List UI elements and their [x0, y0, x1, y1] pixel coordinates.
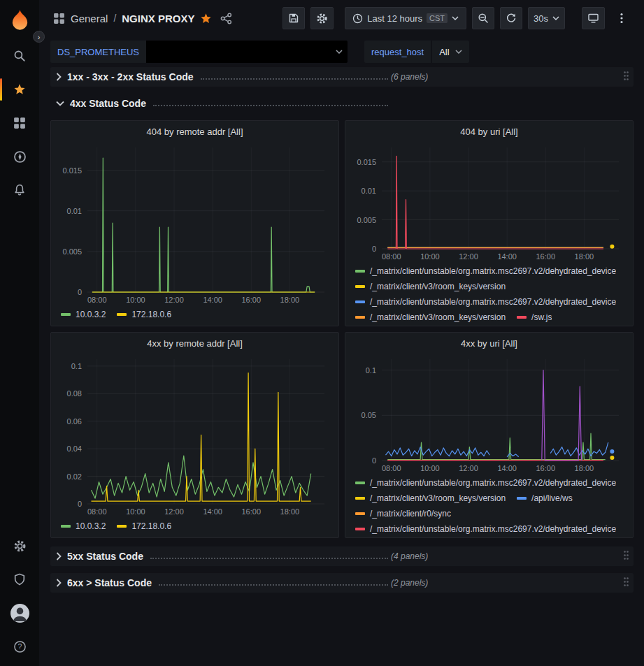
- share-icon[interactable]: [220, 13, 232, 24]
- chart-legend: /_matrix/client/unstable/org.matrix.msc2…: [350, 263, 629, 323]
- row-header-6xx[interactable]: 6xx > Status Code (2 panels): [50, 573, 634, 593]
- chevron-down-icon: [452, 16, 459, 20]
- svg-text:16:00: 16:00: [536, 252, 556, 261]
- svg-text:10:00: 10:00: [126, 296, 145, 304]
- legend-item[interactable]: /api/live/ws: [517, 491, 573, 505]
- row-header-4xx[interactable]: 4xx Status Code: [50, 94, 634, 113]
- row-panel-count: (6 panels): [391, 72, 428, 82]
- legend-item[interactable]: /_matrix/client/unstable/org.matrix.msc2…: [355, 264, 616, 278]
- svg-text:0.1: 0.1: [366, 366, 376, 375]
- breadcrumb-section[interactable]: General: [71, 13, 108, 24]
- bell-icon: [13, 184, 26, 196]
- svg-text:0.01: 0.01: [67, 207, 82, 215]
- sidebar-item-profile[interactable]: [0, 596, 39, 630]
- row-dots: [201, 74, 388, 80]
- sidebar-item-dashboards[interactable]: [0, 106, 39, 140]
- svg-text:08:00: 08:00: [382, 252, 401, 261]
- sidebar: ?: [0, 0, 39, 666]
- sidebar-item-search[interactable]: [0, 39, 39, 73]
- dashboard-settings-button[interactable]: [310, 7, 334, 29]
- panel-grid-4xx: 404 by remote addr [All] 00.0050.010.015…: [50, 120, 634, 538]
- save-dashboard-button[interactable]: [282, 7, 305, 29]
- time-series-chart[interactable]: 00.0050.010.01508:0010:0012:0014:0016:00…: [350, 142, 629, 263]
- legend-label: /_matrix/client/v3/room_keys/version: [370, 310, 506, 323]
- refresh-interval-dropdown[interactable]: 30s: [528, 7, 565, 29]
- legend-color-marker: [355, 316, 365, 319]
- sidebar-item-server-admin[interactable]: [0, 563, 39, 596]
- time-series-chart[interactable]: 00.0050.010.01508:0010:0012:0014:0016:00…: [55, 142, 334, 306]
- svg-text:16:00: 16:00: [242, 296, 262, 304]
- time-range-label: Last 12 hours: [367, 13, 422, 24]
- sidebar-spacer: [0, 207, 39, 529]
- sidebar-item-alerting[interactable]: [0, 173, 39, 207]
- sidebar-item-configuration[interactable]: [0, 529, 39, 563]
- panel-header[interactable]: 404 by uri [All]: [345, 121, 633, 142]
- refresh-button[interactable]: [500, 7, 522, 29]
- monitor-icon: [587, 13, 599, 24]
- tv-mode-button[interactable]: [582, 7, 605, 29]
- legend-item[interactable]: /_matrix/client/v3/room_keys/version: [355, 491, 506, 505]
- top-toolbar: General / NGINX PROXY: [39, 0, 644, 36]
- legend-item[interactable]: /_matrix/client/unstable/org.matrix.msc2…: [355, 476, 616, 490]
- request-host-variable-label[interactable]: request_host: [364, 41, 431, 63]
- apps-grid-icon: [53, 13, 65, 24]
- more-options-button[interactable]: [610, 7, 633, 29]
- legend-item[interactable]: 172.18.0.6: [117, 307, 171, 321]
- legend-item[interactable]: /_matrix/client/r0/sync: [355, 507, 451, 521]
- row-header-1xx-3xx-2xx[interactable]: 1xx - 3xx - 2xx Status Code (6 panels): [50, 67, 634, 87]
- legend-item[interactable]: /_matrix/client/unstable/org.matrix.msc2…: [355, 522, 616, 535]
- legend-label: /_matrix/client/v3/room_keys/version: [370, 491, 506, 505]
- legend-item[interactable]: /_matrix/client/v3/room_keys/version: [355, 280, 506, 294]
- legend-color-marker: [355, 270, 365, 273]
- svg-text:12:00: 12:00: [164, 507, 184, 516]
- panel-4xx-by-remote-addr: 4xx by remote addr [All] 00.020.040.060.…: [50, 332, 339, 538]
- legend-label: 10.0.3.2: [76, 307, 106, 321]
- zoom-out-button[interactable]: [472, 7, 494, 29]
- datasource-variable-dropdown[interactable]: [146, 41, 348, 63]
- legend-item[interactable]: 172.18.0.6: [117, 519, 171, 533]
- datasource-variable-label[interactable]: DS_PROMETHEUS: [50, 41, 146, 63]
- legend-item[interactable]: /_matrix/client/unstable/org.matrix.msc2…: [355, 295, 616, 309]
- time-series-chart[interactable]: 00.020.040.060.080.108:0010:0012:0014:00…: [55, 354, 334, 518]
- svg-text:14:00: 14:00: [203, 507, 222, 516]
- panel-header[interactable]: 4xx by remote addr [All]: [51, 333, 338, 354]
- request-host-variable-value: All: [439, 47, 449, 57]
- svg-text:18:00: 18:00: [575, 252, 594, 261]
- legend-color-marker: [355, 528, 365, 530]
- variables-bar: DS_PROMETHEUS request_host All: [39, 36, 644, 67]
- legend-item[interactable]: /sw.js: [517, 310, 552, 323]
- sidebar-item-starred[interactable]: [0, 73, 39, 106]
- kebab-menu-icon: [620, 13, 623, 24]
- legend-label: /sw.js: [531, 310, 552, 323]
- legend-color-marker: [355, 285, 365, 288]
- row-left: 4xx Status Code: [50, 98, 391, 109]
- help-icon: ?: [13, 640, 27, 653]
- time-range-picker[interactable]: Last 12 hours CST: [345, 7, 466, 29]
- time-series-chart[interactable]: 00.050.108:0010:0012:0014:0016:0018:00: [350, 354, 629, 475]
- svg-text:0.015: 0.015: [357, 158, 376, 166]
- panel-header[interactable]: 4xx by uri [All]: [345, 333, 633, 354]
- sidebar-item-help[interactable]: ?: [0, 630, 39, 663]
- clock-icon: [352, 13, 363, 24]
- panel-header[interactable]: 404 by remote addr [All]: [51, 121, 338, 142]
- sidebar-expand-button[interactable]: ›: [33, 31, 45, 43]
- row-drag-handle[interactable]: [623, 550, 629, 563]
- row-header-5xx[interactable]: 5xx Status Code (4 panels): [50, 546, 634, 566]
- svg-text:0.015: 0.015: [62, 166, 82, 175]
- favorite-star-icon[interactable]: [200, 13, 212, 24]
- sidebar-item-explore[interactable]: [0, 140, 39, 173]
- legend-item[interactable]: 10.0.3.2: [61, 519, 106, 533]
- panel-title: 4xx by remote addr [All]: [147, 338, 243, 349]
- dashboards-grid-icon: [13, 117, 26, 129]
- refresh-icon: [506, 13, 517, 24]
- dashboard-title[interactable]: NGINX PROXY: [122, 13, 194, 24]
- legend-item[interactable]: 10.0.3.2: [61, 307, 106, 321]
- row-drag-handle[interactable]: [623, 577, 629, 589]
- legend-item[interactable]: /_matrix/client/v3/room_keys/version: [355, 310, 506, 323]
- panel-body: 00.050.108:0010:0012:0014:0016:0018:00 /…: [345, 354, 633, 537]
- legend-label: 172.18.0.6: [131, 307, 171, 321]
- row-drag-handle[interactable]: [623, 71, 629, 83]
- request-host-variable-dropdown[interactable]: All: [432, 41, 468, 63]
- svg-text:10:00: 10:00: [126, 507, 145, 516]
- panel-title: 404 by remote addr [All]: [146, 126, 243, 137]
